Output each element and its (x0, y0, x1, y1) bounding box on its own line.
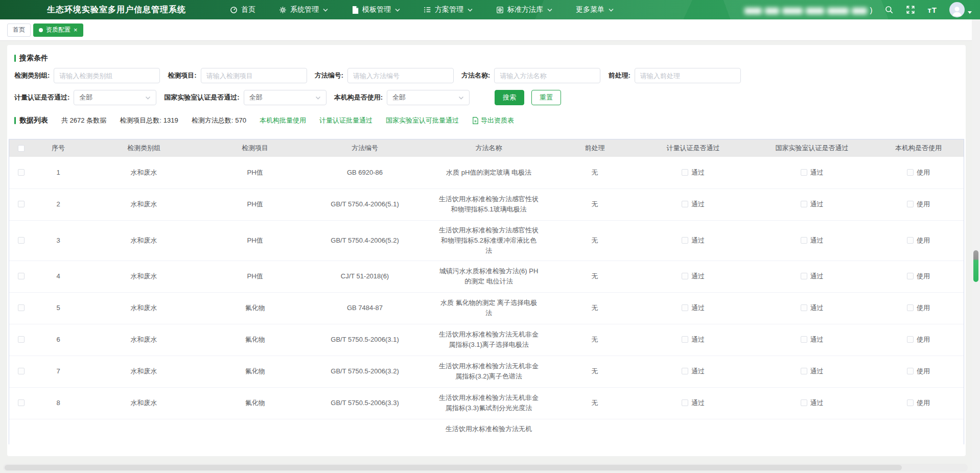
row-checkbox[interactable] (18, 336, 25, 343)
search-icon[interactable] (884, 5, 894, 14)
cell-item: PH值 (204, 220, 306, 261)
chevron-down-icon (323, 8, 328, 12)
tab-home[interactable]: 首页 (7, 23, 31, 37)
cell-index: 2 (33, 188, 84, 220)
use-label: 使用 (917, 272, 930, 280)
national-pass-checkbox[interactable] (801, 237, 807, 244)
national-pass-checkbox[interactable] (801, 368, 807, 374)
org-use-checkbox[interactable] (907, 237, 914, 244)
row-checkbox[interactable] (18, 273, 25, 279)
cell-index: 1 (33, 157, 84, 188)
method-code-input[interactable] (347, 68, 454, 83)
metrology-pass-checkbox[interactable] (682, 169, 688, 176)
metrology-pass-checkbox[interactable] (682, 201, 688, 207)
row-checkbox[interactable] (18, 201, 25, 207)
cell-pretreatment: 无 (554, 220, 636, 261)
menu-item-system[interactable]: 系统管理 (279, 5, 328, 14)
field-label: 国家实验室认证是否通过: (164, 93, 239, 102)
cell-index: 3 (33, 220, 84, 261)
metrology-pass-checkbox[interactable] (682, 399, 688, 406)
horizontal-scrollbar-thumb[interactable] (5, 465, 902, 470)
metrology-cert-select[interactable]: 全部 (74, 90, 156, 105)
test-item-input[interactable] (201, 68, 307, 83)
company-name-redacted: ) (744, 6, 872, 14)
search-button[interactable]: 搜索 (495, 90, 524, 105)
cell-category: 水和废水 (84, 324, 204, 356)
national-pass-checkbox[interactable] (801, 399, 807, 406)
method-name-input[interactable] (494, 68, 600, 83)
search-section-title: 搜索条件 (14, 54, 959, 63)
export-file-icon (472, 117, 479, 124)
row-checkbox[interactable] (18, 304, 25, 311)
table-header-row: 序号 检测类别组 检测项目 方法编号 方法名称 前处理 计量认证是否通过 国家实… (9, 139, 964, 157)
list-icon (424, 6, 431, 13)
menu-item-label: 更多菜单 (576, 5, 604, 14)
metrology-pass-checkbox[interactable] (682, 368, 688, 374)
user-menu[interactable] (949, 2, 972, 17)
menu-item-plans[interactable]: 方案管理 (424, 5, 473, 14)
batch-national-pass-link[interactable]: 国家实验室认可批量通过 (386, 116, 459, 125)
vertical-scrollbar-thumb[interactable] (973, 250, 978, 282)
field-label: 检测项目: (168, 71, 196, 80)
cell-category: 水和废水 (84, 188, 204, 220)
pretreatment-input[interactable] (635, 68, 741, 83)
stat-label: 检测项目总数: (120, 116, 161, 124)
company-paren: ) (870, 6, 872, 14)
metrology-pass-checkbox[interactable] (682, 304, 688, 311)
menu-item-templates[interactable]: 模板管理 (352, 5, 400, 14)
row-checkbox[interactable] (18, 368, 25, 374)
navbar-right-tools: ) тT (744, 2, 972, 17)
menu-item-standard-methods[interactable]: 标准方法库 (496, 5, 552, 14)
reset-button[interactable]: 重置 (531, 90, 561, 105)
batch-metrology-pass-link[interactable]: 计量认证批量通过 (319, 116, 372, 125)
font-size-icon[interactable]: тT (927, 6, 937, 14)
export-qualification-link[interactable]: 导出资质表 (472, 116, 514, 125)
table-row: 7 水和废水 氟化物 GB/T 5750.5-2006(3.2) 生活饮用水标准… (9, 356, 964, 387)
select-value: 全部 (392, 93, 406, 102)
avatar (949, 2, 965, 17)
pass-label: 通过 (810, 367, 824, 375)
tab-qualification-config[interactable]: 资质配置 × (33, 23, 83, 37)
vertical-scrollbar[interactable] (972, 19, 980, 473)
national-pass-checkbox[interactable] (801, 336, 807, 343)
pass-label: 通过 (810, 304, 824, 312)
cell-code: GB 7484-87 (306, 292, 424, 324)
row-checkbox[interactable] (18, 237, 25, 244)
chevron-down-icon (458, 96, 464, 100)
org-use-checkbox[interactable] (907, 399, 914, 406)
org-use-checkbox[interactable] (907, 368, 914, 374)
filter-row-selects: 计量认证是否通过: 全部 国家实验室认证是否通过: 全部 本机构是否使用: 全部 (14, 90, 959, 105)
cell-category: 水和废水 (84, 356, 204, 387)
chevron-down-icon (315, 96, 321, 100)
horizontal-scrollbar[interactable] (3, 464, 968, 471)
col-pretreatment: 前处理 (554, 139, 636, 157)
org-use-checkbox[interactable] (907, 304, 914, 311)
org-use-checkbox[interactable] (907, 273, 914, 279)
national-pass-checkbox[interactable] (801, 304, 807, 311)
national-pass-checkbox[interactable] (801, 201, 807, 207)
metrology-pass-checkbox[interactable] (682, 273, 688, 279)
category-group-input[interactable] (54, 68, 160, 83)
row-checkbox[interactable] (18, 399, 25, 406)
national-pass-checkbox[interactable] (801, 273, 807, 279)
cell-code: GB 6920-86 (306, 157, 424, 188)
cell-name: 生活饮用水标准检验方法感官性状和物理指标5.1玻璃电极法 (438, 194, 540, 215)
org-use-checkbox[interactable] (907, 169, 914, 176)
select-all-checkbox[interactable] (18, 145, 25, 152)
row-checkbox[interactable] (18, 169, 25, 176)
national-pass-checkbox[interactable] (801, 169, 807, 176)
org-use-checkbox[interactable] (907, 336, 914, 343)
col-item: 检测项目 (204, 139, 306, 157)
metrology-pass-checkbox[interactable] (682, 237, 688, 244)
batch-use-link[interactable]: 本机构批量使用 (260, 116, 306, 125)
org-use-select[interactable]: 全部 (387, 90, 470, 105)
fullscreen-icon[interactable] (906, 5, 915, 14)
close-icon[interactable]: × (74, 27, 78, 33)
col-metrology-cert: 计量认证是否通过 (636, 139, 751, 157)
metrology-pass-checkbox[interactable] (682, 336, 688, 343)
menu-item-more[interactable]: 更多菜单 (576, 5, 614, 14)
menu-item-home[interactable]: 首页 (230, 5, 255, 14)
org-use-checkbox[interactable] (907, 201, 914, 207)
cell-pretreatment: 无 (554, 188, 636, 220)
national-lab-cert-select[interactable]: 全部 (244, 90, 326, 105)
